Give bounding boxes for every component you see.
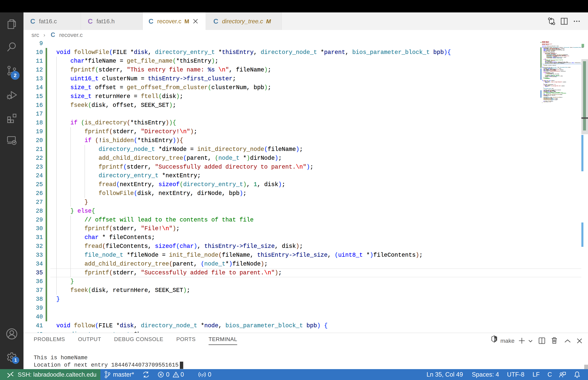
svg-text:$_: $_: [494, 338, 498, 341]
